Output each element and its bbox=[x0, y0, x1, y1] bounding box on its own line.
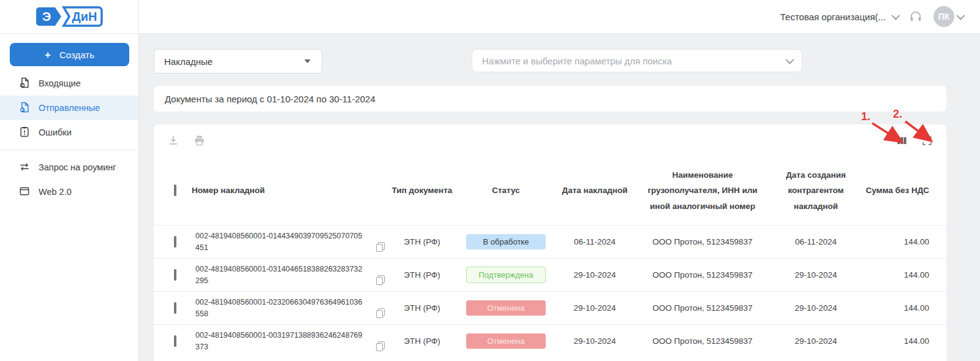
header-created: Дата создания контрагентом накладной bbox=[770, 164, 862, 218]
app-root: Тестовая организация(... ПК Э ДиН bbox=[0, 0, 980, 361]
select-all-cell bbox=[161, 179, 189, 202]
avatar[interactable]: ПК bbox=[933, 6, 954, 27]
logo-left-text: Э bbox=[42, 10, 51, 23]
roaming-arrows-icon bbox=[18, 161, 31, 175]
table-row[interactable]: 002-4819408560001-0144349039709525070705… bbox=[154, 225, 946, 258]
plus-icon: + bbox=[45, 50, 51, 60]
create-button-text: Создать bbox=[59, 50, 94, 60]
created-date: 29-10-2024 bbox=[770, 267, 862, 283]
logo[interactable]: Э ДиН bbox=[0, 0, 138, 34]
header-doc-type: Тип документа bbox=[386, 179, 458, 202]
header-number: Номер накладной bbox=[189, 179, 366, 202]
logo-right-text: ДиН bbox=[72, 10, 97, 23]
recipient: ООО Протон, 5123459837 bbox=[635, 333, 770, 349]
select-all-checkbox[interactable] bbox=[174, 184, 176, 196]
table-row[interactable]: 002-4819408560001-0314046518388263283732… bbox=[154, 258, 946, 291]
row-checkbox-cell bbox=[161, 267, 189, 283]
fullscreen-icon[interactable] bbox=[921, 135, 933, 146]
organization-name: Тестовая организация(... bbox=[780, 12, 886, 22]
search-placeholder: Нажмите и выберите параметры для поиска bbox=[482, 56, 672, 66]
row-checkbox[interactable] bbox=[174, 302, 176, 314]
header-status: Статус bbox=[458, 179, 554, 202]
row-checkbox-cell bbox=[161, 333, 189, 349]
copy-cell bbox=[366, 238, 386, 246]
search-params-input[interactable]: Нажмите и выберите параметры для поиска bbox=[472, 49, 802, 72]
sidebar-item-web20[interactable]: Web 2.0 bbox=[0, 180, 138, 204]
doc-type: ЭТН (РФ) bbox=[386, 300, 458, 316]
doc-type: ЭТН (РФ) bbox=[386, 267, 458, 283]
header-copy-spacer bbox=[366, 187, 386, 194]
caret-down-icon bbox=[304, 59, 311, 63]
row-checkbox[interactable] bbox=[174, 269, 176, 281]
doc-type: ЭТН (РФ) bbox=[386, 234, 458, 250]
table-body: 002-4819408560001-0144349039709525070705… bbox=[154, 225, 946, 357]
create-button[interactable]: + Создать bbox=[10, 43, 129, 66]
chevron-down-icon bbox=[891, 12, 900, 20]
doc-type-value: Накладные bbox=[164, 56, 213, 67]
doc-type-select[interactable]: Накладные bbox=[154, 49, 322, 74]
recipient: ООО Протон, 5123459837 bbox=[635, 234, 770, 250]
waybill-date: 29-10-2024 bbox=[554, 333, 635, 349]
documents-table-panel: Номер накладной Тип документа Статус Дат… bbox=[154, 124, 946, 361]
status-cell: В обработке bbox=[458, 230, 554, 253]
print-icon[interactable] bbox=[193, 134, 206, 147]
created-date: 29-10-2024 bbox=[770, 300, 862, 316]
status-cell: Отменена bbox=[458, 330, 554, 352]
waybill-number: 002-4819408560001-0144349039709525070705… bbox=[189, 227, 366, 256]
amount: 144.00 bbox=[862, 333, 939, 349]
topbar: Тестовая организация(... ПК bbox=[139, 0, 980, 34]
header-amount: Сумма без НДС bbox=[862, 179, 939, 202]
status-cell: Отменена bbox=[458, 297, 554, 319]
waybill-number: 002-4819408560001-0232066304976364961036… bbox=[189, 293, 366, 322]
sidebar-item-sent[interactable]: Отправленные bbox=[0, 96, 138, 120]
header-recipient: Наименование грузополучателя, ИНН или ин… bbox=[635, 164, 770, 218]
chevron-down-icon bbox=[785, 56, 794, 64]
table-header-row: Номер накладной Тип документа Статус Дат… bbox=[154, 156, 946, 225]
waybill-date: 06-11-2024 bbox=[554, 234, 635, 250]
waybill-number: 002-4819408560001-0314046518388263283732… bbox=[189, 260, 366, 289]
doc-type: ЭТН (РФ) bbox=[386, 333, 458, 349]
chevron-down-icon bbox=[956, 12, 965, 20]
status-badge: В обработке bbox=[466, 234, 546, 249]
status-cell: Подтверждена bbox=[458, 263, 554, 287]
columns-icon[interactable] bbox=[896, 135, 908, 146]
filter-row: Накладные Нажмите и выберите параметры д… bbox=[154, 49, 946, 74]
sidebar-item-errors[interactable]: Ошибки bbox=[0, 120, 138, 145]
sidebar-nav: Входящие Отправленные bbox=[0, 71, 138, 204]
period-bar: Документы за период с 01-10-2024 по 30-1… bbox=[154, 86, 946, 112]
created-date: 06-11-2024 bbox=[770, 234, 862, 250]
sidebar-item-label: Запрос на роуминг bbox=[39, 162, 116, 172]
recipient: ООО Протон, 5123459837 bbox=[635, 267, 770, 283]
sidebar-item-incoming[interactable]: Входящие bbox=[0, 71, 138, 96]
table-row[interactable]: 002-4819408560001-0232066304976364961036… bbox=[154, 291, 946, 324]
copy-cell bbox=[366, 305, 386, 312]
sidebar-item-label: Ошибки bbox=[39, 127, 72, 137]
document-in-icon bbox=[18, 77, 31, 91]
table-toolbar bbox=[154, 124, 946, 156]
period-text: Документы за период с 01-10-2024 по 30-1… bbox=[165, 94, 375, 104]
status-badge: Отменена bbox=[466, 300, 546, 316]
amount: 144.00 bbox=[862, 300, 939, 316]
row-checkbox[interactable] bbox=[174, 236, 176, 248]
waybill-number: 002-4819408560001-0031971388936246248769… bbox=[189, 326, 366, 355]
document-out-icon bbox=[18, 101, 31, 115]
table-row[interactable]: 002-4819408560001-0031971388936246248769… bbox=[154, 324, 946, 357]
row-checkbox[interactable] bbox=[174, 335, 176, 347]
status-badge: Отменена bbox=[466, 333, 546, 349]
sidebar-item-roaming-request[interactable]: Запрос на роуминг bbox=[0, 155, 138, 180]
organization-selector[interactable]: Тестовая организация(... bbox=[780, 12, 898, 22]
copy-cell bbox=[366, 272, 386, 279]
row-checkbox-cell bbox=[161, 300, 189, 316]
download-icon[interactable] bbox=[167, 134, 179, 146]
sidebar: Э ДиН + Создать Входящие bbox=[0, 0, 139, 361]
amount: 144.00 bbox=[862, 267, 939, 283]
amount: 144.00 bbox=[862, 234, 939, 250]
sidebar-item-label: Отправленные bbox=[39, 103, 100, 113]
support-headset-icon[interactable] bbox=[909, 10, 922, 23]
created-date: 29-10-2024 bbox=[770, 333, 862, 349]
main-content: Накладные Нажмите и выберите параметры д… bbox=[139, 34, 980, 361]
sidebar-item-label: Web 2.0 bbox=[39, 187, 72, 197]
error-clipboard-icon bbox=[18, 126, 31, 140]
user-menu[interactable]: ПК bbox=[933, 6, 963, 27]
browser-window-icon bbox=[18, 185, 31, 199]
